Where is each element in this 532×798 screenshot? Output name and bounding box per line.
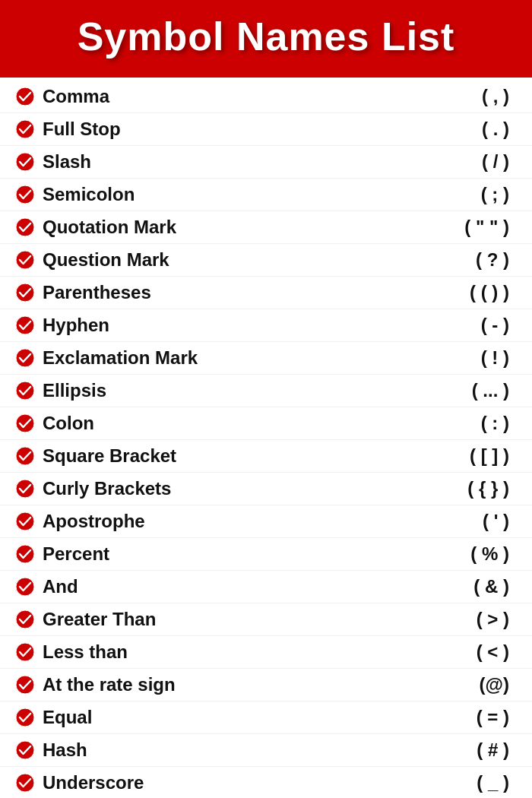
item-symbol: ( = ) (477, 707, 509, 728)
check-icon (15, 185, 35, 204)
svg-point-21 (16, 774, 34, 792)
list-item: Parentheses ( ( ) ) (0, 277, 532, 309)
item-name: Square Bracket (43, 445, 176, 467)
item-symbol: ( % ) (470, 543, 509, 565)
item-symbol: ( # ) (477, 739, 509, 761)
svg-point-15 (16, 578, 34, 596)
check-icon (15, 610, 35, 629)
item-symbol: (@) (480, 674, 509, 695)
list-item: Full Stop ( . ) (0, 113, 532, 146)
item-name: Full Stop (43, 119, 121, 140)
item-left-2: Slash (15, 151, 91, 173)
svg-point-5 (16, 251, 34, 269)
item-name: Comma (43, 86, 109, 107)
item-symbol: ( ? ) (476, 249, 509, 271)
svg-point-11 (16, 447, 34, 465)
check-icon (15, 217, 35, 237)
svg-point-16 (16, 610, 34, 629)
item-name: At the rate sign (43, 674, 176, 695)
item-name: Apostrophe (43, 511, 145, 532)
item-name: Slash (43, 151, 91, 173)
item-symbol: ( < ) (477, 641, 509, 663)
header: Symbol Names List (0, 0, 532, 73)
items-list: Comma ( , ) Full Stop ( . ) Slash ( / ) (0, 78, 532, 798)
item-left-15: And (15, 576, 78, 597)
check-icon (15, 511, 35, 531)
item-symbol: ( , ) (482, 86, 509, 107)
list-item: Colon ( : ) (0, 407, 532, 440)
item-name: Greater Than (43, 609, 156, 630)
item-left-7: Hyphen (15, 315, 109, 336)
check-icon (15, 348, 35, 368)
check-icon (15, 250, 35, 270)
item-left-1: Full Stop (15, 119, 121, 140)
item-name: Parentheses (43, 282, 151, 303)
svg-point-14 (16, 545, 34, 563)
check-icon (15, 642, 35, 662)
list-item: Percent ( % ) (0, 538, 532, 571)
check-icon (15, 773, 35, 793)
item-symbol: ( { } ) (467, 478, 509, 499)
svg-point-19 (16, 708, 34, 727)
list-item: Apostrophe ( ' ) (0, 505, 532, 538)
svg-point-0 (16, 87, 34, 106)
list-item: And ( & ) (0, 571, 532, 603)
list-item: Quotation Mark ( " " ) (0, 211, 532, 244)
item-name: Underscore (43, 772, 144, 793)
item-name: Question Mark (43, 249, 169, 271)
svg-point-3 (16, 185, 34, 204)
list-item: Ellipsis ( ... ) (0, 375, 532, 407)
svg-point-12 (16, 480, 34, 498)
item-left-3: Semicolon (15, 184, 135, 205)
list-item: Question Mark ( ? ) (0, 244, 532, 277)
item-symbol: ( [ ] ) (470, 445, 509, 467)
item-symbol: ( " " ) (464, 217, 509, 238)
svg-point-1 (16, 120, 34, 138)
item-left-5: Question Mark (15, 249, 169, 271)
list-item: At the rate sign (@) (0, 669, 532, 701)
svg-point-7 (16, 316, 34, 334)
item-symbol: ( > ) (477, 609, 509, 630)
item-symbol: ( ' ) (483, 511, 509, 532)
svg-point-20 (16, 741, 34, 759)
list-item: Less than ( < ) (0, 636, 532, 669)
svg-point-18 (16, 676, 34, 694)
check-icon (15, 708, 35, 727)
item-symbol: ( _ ) (477, 772, 509, 793)
item-name: Equal (43, 707, 92, 728)
item-symbol: ( ( ) ) (470, 282, 509, 303)
list-item: Exclamation Mark ( ! ) (0, 342, 532, 375)
item-symbol: ( ; ) (481, 184, 509, 205)
item-left-19: Equal (15, 707, 92, 728)
item-symbol: ( : ) (481, 413, 509, 434)
item-left-8: Exclamation Mark (15, 347, 198, 369)
check-icon (15, 446, 35, 466)
check-icon (15, 413, 35, 433)
list-item: Curly Brackets ( { } ) (0, 473, 532, 505)
item-left-21: Underscore (15, 772, 144, 793)
item-name: Percent (43, 543, 109, 565)
check-icon (15, 381, 35, 401)
svg-point-8 (16, 349, 34, 367)
item-left-12: Curly Brackets (15, 478, 171, 499)
item-symbol: ( ! ) (481, 347, 509, 369)
item-symbol: ( ... ) (472, 380, 509, 401)
check-icon (15, 675, 35, 695)
item-name: Less than (43, 641, 128, 663)
check-icon (15, 577, 35, 597)
item-name: Semicolon (43, 184, 135, 205)
item-left-11: Square Bracket (15, 445, 176, 467)
item-symbol: ( - ) (481, 315, 509, 336)
list-item: Equal ( = ) (0, 701, 532, 734)
item-name: Quotation Mark (43, 217, 176, 238)
check-icon (15, 315, 35, 335)
item-left-14: Percent (15, 543, 109, 565)
check-icon (15, 119, 35, 139)
list-item: Comma ( , ) (0, 81, 532, 113)
item-left-18: At the rate sign (15, 674, 176, 695)
svg-point-4 (16, 218, 34, 236)
check-icon (15, 479, 35, 499)
svg-point-2 (16, 153, 34, 171)
list-item: Slash ( / ) (0, 146, 532, 179)
item-name: Ellipsis (43, 380, 106, 401)
